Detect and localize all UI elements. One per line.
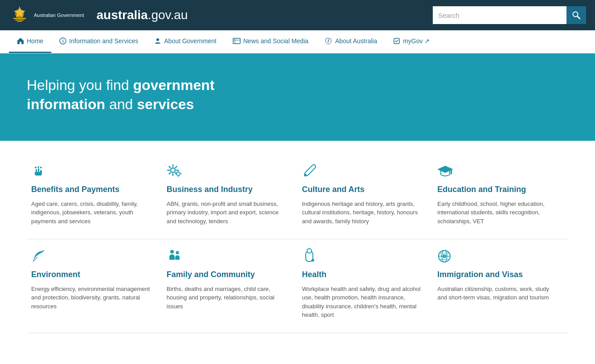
card-health: Health Workplace health and safety, drug…	[298, 239, 433, 333]
search-input[interactable]	[433, 6, 566, 24]
crest-icon	[9, 4, 30, 26]
benefits-title[interactable]: Benefits and Payments	[31, 184, 153, 195]
site-logo[interactable]: australia.gov.au	[97, 8, 188, 22]
family-persons-icon	[167, 249, 183, 263]
culture-desc: Indigenous heritage and history, arts gr…	[302, 200, 424, 226]
card-family: Family and Community Births, deaths and …	[162, 239, 298, 333]
svg-rect-2	[13, 18, 26, 19]
card-culture: Culture and Arts Indigenous heritage and…	[298, 154, 433, 239]
svg-point-16	[40, 167, 42, 168]
search-icon	[572, 11, 581, 20]
business-icon	[167, 163, 289, 179]
svg-text:i: i	[62, 39, 64, 44]
card-education: Education and Training Early childhood, …	[433, 154, 568, 239]
svg-point-17	[171, 168, 175, 172]
header-left: Australian Government australia.gov.au	[9, 4, 188, 26]
nav-item-australia[interactable]: About Australia	[316, 30, 385, 53]
card-immigration: Immigration and Visas Australian citizen…	[433, 239, 568, 333]
nav-item-info[interactable]: i Information and Services	[51, 30, 146, 53]
nav-item-gov[interactable]: About Government	[146, 30, 225, 53]
svg-marker-22	[451, 174, 452, 175]
health-desc: Workplace health and safety, drug and al…	[302, 285, 424, 319]
svg-rect-10	[233, 38, 240, 44]
environment-desc: Energy efficiency, environmental managem…	[31, 285, 153, 311]
culture-title[interactable]: Culture and Arts	[302, 184, 424, 195]
family-title[interactable]: Family and Community	[167, 270, 289, 280]
svg-rect-3	[15, 20, 24, 20]
paintbrush-icon	[302, 164, 318, 178]
hero-banner: Helping you find government information …	[0, 53, 595, 141]
graduation-icon	[437, 164, 453, 178]
svg-rect-4	[17, 21, 22, 22]
leaf-icon	[31, 249, 45, 263]
svg-point-14	[35, 167, 37, 168]
benefits-desc: Aged care, carers, crisis, disability, f…	[31, 200, 153, 226]
site-header: Australian Government australia.gov.au	[0, 0, 595, 30]
svg-point-24	[176, 251, 179, 254]
education-title[interactable]: Education and Training	[437, 184, 559, 195]
card-business: Business and Industry ABN, grants, non-p…	[162, 154, 298, 239]
map-icon	[324, 37, 332, 45]
card-environment: Environment Energy efficiency, environme…	[27, 239, 162, 333]
home-icon	[17, 37, 24, 45]
svg-line-6	[578, 16, 580, 19]
hands-icon	[31, 164, 45, 178]
family-icon	[167, 248, 289, 264]
globe-icon	[437, 249, 451, 263]
health-title[interactable]: Health	[302, 270, 424, 280]
stethoscope-icon	[302, 248, 316, 264]
search-area	[433, 6, 586, 24]
environment-icon	[31, 248, 153, 264]
nav-label-info: Information and Services	[69, 37, 138, 45]
gov-name: Australian Government	[34, 12, 84, 18]
immigration-desc: Australian citizenship, customs, work, s…	[437, 285, 559, 302]
gear-icon	[167, 164, 183, 178]
svg-point-9	[156, 38, 159, 41]
person-icon	[154, 37, 161, 45]
search-button[interactable]	[566, 6, 586, 24]
categories-section: Benefits and Payments Aged care, carers,…	[0, 141, 595, 346]
nav-label-australia: About Australia	[335, 37, 377, 45]
svg-point-15	[37, 166, 39, 168]
news-icon	[233, 38, 241, 44]
card-benefits: Benefits and Payments Aged care, carers,…	[27, 154, 162, 239]
culture-icon	[302, 163, 424, 179]
site-name-rest: .gov.au	[148, 8, 188, 22]
business-desc: ABN, grants, non-profit and small busine…	[167, 200, 289, 226]
education-icon	[437, 163, 559, 179]
nav-item-mygov[interactable]: myGov ↗	[385, 30, 438, 53]
categories-row1: Benefits and Payments Aged care, carers,…	[27, 154, 568, 239]
nav-label-mygov: myGov ↗	[403, 37, 430, 45]
site-name-bold: australia	[97, 8, 148, 22]
benefits-icon	[31, 163, 153, 179]
gov-logo[interactable]: Australian Government	[9, 4, 84, 26]
nav-item-home[interactable]: Home	[9, 30, 51, 53]
family-desc: Births, deaths and marriages, child care…	[167, 285, 289, 311]
svg-rect-32	[443, 254, 446, 258]
immigration-icon	[437, 248, 559, 264]
nav-item-news[interactable]: News and Social Media	[225, 30, 316, 53]
svg-point-19	[304, 174, 307, 176]
svg-point-26	[312, 259, 314, 262]
immigration-title[interactable]: Immigration and Visas	[437, 270, 559, 280]
hero-line1: Helping you find government	[27, 77, 215, 93]
mygov-icon	[393, 37, 400, 45]
main-nav: Home i Information and Services About Go…	[0, 30, 595, 53]
business-title[interactable]: Business and Industry	[167, 184, 289, 195]
svg-point-23	[170, 250, 174, 254]
nav-label-home: Home	[27, 37, 43, 45]
categories-row2: Environment Energy efficiency, environme…	[27, 239, 568, 333]
health-icon	[302, 248, 424, 264]
svg-point-25	[307, 249, 312, 253]
nav-label-gov: About Government	[164, 37, 217, 45]
hero-line2: information and services	[27, 96, 194, 112]
nav-label-news: News and Social Media	[243, 37, 308, 45]
environment-title[interactable]: Environment	[31, 270, 153, 280]
svg-rect-21	[451, 169, 452, 174]
hero-text: Helping you find government information …	[27, 76, 294, 114]
info-icon: i	[59, 37, 66, 45]
education-desc: Early childhood, school, higher educatio…	[437, 200, 559, 226]
